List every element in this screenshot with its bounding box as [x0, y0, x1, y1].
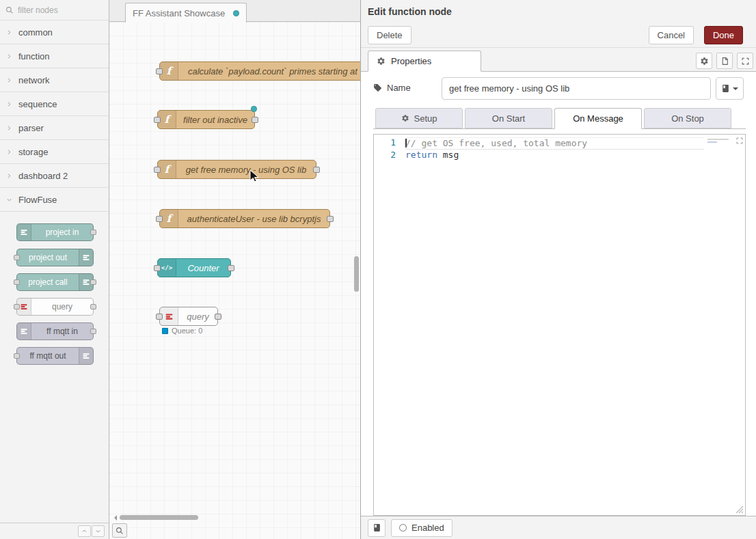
palette-search-input[interactable]: [18, 5, 98, 15]
node-status: Queue: 0: [162, 327, 202, 335]
description-button[interactable]: [716, 53, 733, 69]
status-text: Queue: 0: [172, 327, 202, 335]
palette-node-ff-mqtt-in[interactable]: ff mqtt in: [16, 322, 94, 340]
book-icon: [373, 523, 381, 532]
input-port[interactable]: [14, 304, 20, 309]
output-port[interactable]: [215, 314, 221, 320]
palette-category-network[interactable]: network: [0, 68, 109, 92]
input-port[interactable]: [154, 117, 161, 123]
palette-search[interactable]: [0, 0, 109, 20]
vertical-scrollbar[interactable]: [354, 22, 360, 539]
node-counter[interactable]: </> Counter: [157, 258, 231, 277]
palette-collapse-all-button[interactable]: [78, 525, 91, 537]
file-icon: [720, 57, 729, 66]
delete-button[interactable]: Delete: [368, 26, 411, 44]
search-icon: [5, 6, 14, 14]
tab-on-message[interactable]: On Message: [554, 108, 642, 129]
output-port[interactable]: [313, 167, 320, 173]
palette-node-label: query: [31, 302, 93, 312]
palette-node-query[interactable]: query: [16, 298, 94, 316]
palette-category-parser[interactable]: parser: [0, 116, 109, 140]
code-token-keyword: return: [405, 150, 437, 160]
library-button[interactable]: [368, 519, 386, 537]
output-port[interactable]: [228, 265, 234, 271]
flow-tabbar: FF Assistant Showcase: [109, 0, 360, 22]
code-editor[interactable]: 1 2 // get OS free, used, total memory r…: [373, 134, 746, 516]
palette-category-sequence[interactable]: sequence: [0, 92, 109, 116]
input-port[interactable]: [14, 353, 20, 359]
node-filter-out-inactive[interactable]: f filter out inactive: [157, 110, 255, 129]
node-get-free-memory[interactable]: f get free memory - using OS lib: [157, 160, 316, 179]
palette-category-dashboard-2[interactable]: dashboard 2: [0, 164, 109, 188]
editor-resize-grip[interactable]: [735, 506, 744, 514]
line-number-gutter: 1 2: [374, 137, 405, 162]
palette-node-project-out[interactable]: project out: [16, 249, 94, 266]
tab-setup[interactable]: Setup: [375, 108, 463, 128]
node-red-window: common function network sequence parser …: [0, 0, 756, 539]
line-number: 2: [374, 150, 405, 162]
output-port[interactable]: [90, 329, 96, 334]
node-label: authenticateUser - use lib bcryptjs: [178, 214, 329, 224]
category-label: parser: [18, 123, 44, 133]
node-calculate-primes[interactable]: f calculate `payload.count` primes start…: [159, 61, 360, 81]
input-port[interactable]: [156, 68, 163, 74]
tab-properties[interactable]: Properties: [368, 51, 481, 72]
palette-node-project-in[interactable]: project in: [16, 223, 94, 241]
palette-node-label: ff mqtt in: [31, 327, 93, 336]
category-label: common: [18, 27, 53, 38]
expand-dialog-button[interactable]: [737, 53, 753, 69]
cancel-button[interactable]: Cancel: [649, 26, 694, 44]
output-port[interactable]: [252, 117, 258, 123]
tab-on-stop[interactable]: On Stop: [644, 108, 731, 128]
palette-node-ff-mqtt-out[interactable]: ff mqtt out: [16, 347, 94, 365]
label-options-button[interactable]: [716, 77, 744, 100]
minimap-line: [707, 141, 717, 143]
node-settings-button[interactable]: [696, 53, 712, 69]
tab-on-start[interactable]: On Start: [465, 108, 552, 128]
scroll-left-arrow-icon[interactable]: [111, 515, 117, 521]
palette-expand-all-button[interactable]: [92, 525, 105, 537]
input-port[interactable]: [14, 255, 20, 260]
expand-editor-icon[interactable]: [735, 137, 744, 145]
palette-category-common[interactable]: common: [0, 20, 109, 44]
flow-tab-ff-assistant-showcase[interactable]: FF Assistant Showcase: [125, 3, 247, 23]
canvas-search-button[interactable]: [112, 523, 127, 538]
category-label: function: [18, 51, 50, 61]
tab-label: On Start: [492, 113, 525, 124]
output-port[interactable]: [327, 216, 334, 222]
palette-category-flowfuse[interactable]: FlowFuse: [0, 188, 109, 212]
horizontal-scrollbar[interactable]: [109, 514, 353, 521]
caret-down-icon: [733, 87, 738, 93]
output-port[interactable]: [90, 304, 96, 309]
palette-category-function[interactable]: function: [0, 44, 109, 68]
flowfuse-icon: [17, 224, 31, 240]
gear-icon: [700, 57, 709, 66]
input-port[interactable]: [154, 265, 161, 271]
category-label: FlowFuse: [18, 195, 57, 205]
gear-icon: [377, 57, 386, 66]
node-label: get free memory - using OS lib: [176, 165, 316, 175]
flow-canvas[interactable]: FF Assistant Showcase f calculate `paylo…: [109, 0, 360, 539]
function-icon: f: [158, 161, 176, 178]
node-authenticate-user[interactable]: f authenticateUser - use lib bcryptjs: [159, 209, 330, 228]
vertical-scrollbar-handle[interactable]: [354, 256, 359, 292]
enabled-toggle-button[interactable]: Enabled: [391, 519, 453, 537]
palette-category-storage[interactable]: storage: [0, 140, 109, 164]
input-port[interactable]: [14, 279, 20, 285]
horizontal-scrollbar-handle[interactable]: [120, 515, 198, 520]
chevron-down-icon: [95, 528, 101, 534]
function-tabs: Setup On Start On Message On Stop: [373, 108, 746, 129]
name-input[interactable]: [442, 77, 711, 100]
palette-sidebar: common function network sequence parser …: [0, 0, 109, 539]
input-port[interactable]: [156, 314, 163, 320]
code-area[interactable]: // get OS free, used, total memory retur…: [405, 137, 704, 162]
tab-label: On Message: [573, 113, 623, 124]
palette-node-project-call[interactable]: project call: [16, 273, 94, 291]
output-port[interactable]: [90, 230, 96, 235]
node-query[interactable]: query: [159, 307, 218, 326]
input-port[interactable]: [154, 167, 161, 173]
output-port[interactable]: [90, 279, 96, 285]
done-button[interactable]: Done: [704, 26, 743, 44]
input-port[interactable]: [156, 216, 163, 222]
palette-footer: [0, 523, 109, 539]
